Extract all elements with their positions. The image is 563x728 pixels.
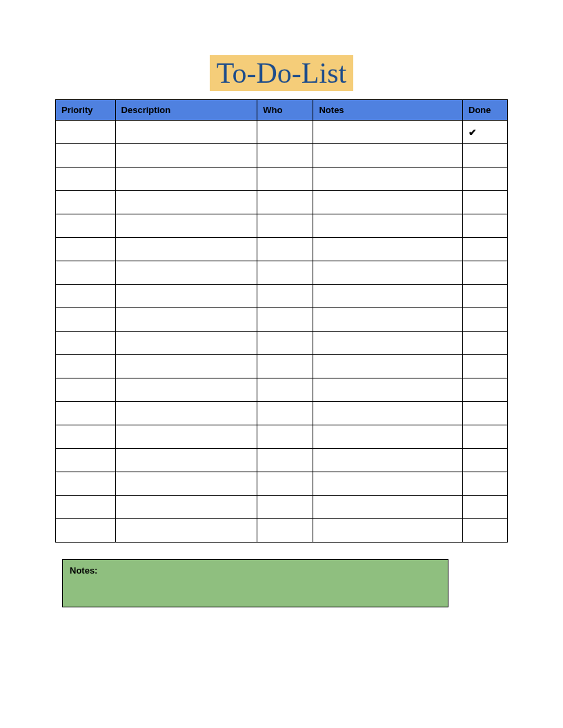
cell-description[interactable] — [115, 496, 257, 519]
cell-done[interactable] — [463, 355, 508, 378]
cell-who[interactable] — [257, 285, 313, 308]
col-header-description: Description — [115, 100, 257, 121]
cell-priority[interactable] — [56, 261, 116, 285]
cell-who[interactable] — [257, 332, 313, 355]
cell-notes[interactable] — [313, 496, 463, 519]
cell-done[interactable] — [463, 332, 508, 355]
cell-done[interactable] — [463, 308, 508, 332]
cell-done[interactable]: ✔ — [463, 121, 508, 144]
cell-who[interactable] — [257, 261, 313, 285]
cell-done[interactable] — [463, 425, 508, 449]
cell-priority[interactable] — [56, 402, 116, 425]
cell-who[interactable] — [257, 425, 313, 449]
cell-done[interactable] — [463, 402, 508, 425]
cell-notes[interactable] — [313, 378, 463, 402]
cell-notes[interactable] — [313, 355, 463, 378]
cell-notes[interactable] — [313, 261, 463, 285]
cell-priority[interactable] — [56, 472, 116, 496]
cell-description[interactable] — [115, 402, 257, 425]
cell-done[interactable] — [463, 449, 508, 472]
cell-who[interactable] — [257, 308, 313, 332]
cell-who[interactable] — [257, 238, 313, 261]
notes-section[interactable]: Notes: — [62, 559, 448, 607]
cell-who[interactable] — [257, 121, 313, 144]
cell-priority[interactable] — [56, 332, 116, 355]
cell-done[interactable] — [463, 261, 508, 285]
cell-who[interactable] — [257, 168, 313, 191]
cell-priority[interactable] — [56, 191, 116, 214]
cell-priority[interactable] — [56, 214, 116, 238]
table-row — [56, 472, 508, 496]
cell-priority[interactable] — [56, 519, 116, 543]
cell-who[interactable] — [257, 191, 313, 214]
cell-notes[interactable] — [313, 308, 463, 332]
cell-description[interactable] — [115, 332, 257, 355]
table-row — [56, 425, 508, 449]
cell-notes[interactable] — [313, 425, 463, 449]
cell-done[interactable] — [463, 214, 508, 238]
cell-description[interactable] — [115, 214, 257, 238]
cell-priority[interactable] — [56, 121, 116, 144]
cell-done[interactable] — [463, 168, 508, 191]
cell-notes[interactable] — [313, 285, 463, 308]
cell-done[interactable] — [463, 191, 508, 214]
cell-done[interactable] — [463, 285, 508, 308]
cell-who[interactable] — [257, 214, 313, 238]
cell-notes[interactable] — [313, 121, 463, 144]
cell-description[interactable] — [115, 261, 257, 285]
table-row — [56, 308, 508, 332]
cell-priority[interactable] — [56, 168, 116, 191]
cell-who[interactable] — [257, 378, 313, 402]
cell-priority[interactable] — [56, 285, 116, 308]
cell-description[interactable] — [115, 355, 257, 378]
table-row — [56, 378, 508, 402]
cell-who[interactable] — [257, 144, 313, 168]
cell-priority[interactable] — [56, 425, 116, 449]
cell-done[interactable] — [463, 378, 508, 402]
cell-who[interactable] — [257, 519, 313, 543]
cell-who[interactable] — [257, 472, 313, 496]
cell-notes[interactable] — [313, 191, 463, 214]
cell-who[interactable] — [257, 496, 313, 519]
cell-description[interactable] — [115, 519, 257, 543]
cell-done[interactable] — [463, 472, 508, 496]
cell-notes[interactable] — [313, 449, 463, 472]
page: To-Do-List Priority Description Who Note… — [0, 0, 563, 607]
table-row — [56, 496, 508, 519]
cell-notes[interactable] — [313, 519, 463, 543]
cell-description[interactable] — [115, 308, 257, 332]
cell-done[interactable] — [463, 144, 508, 168]
cell-who[interactable] — [257, 355, 313, 378]
cell-priority[interactable] — [56, 144, 116, 168]
cell-notes[interactable] — [313, 144, 463, 168]
cell-priority[interactable] — [56, 308, 116, 332]
cell-priority[interactable] — [56, 378, 116, 402]
cell-description[interactable] — [115, 472, 257, 496]
cell-notes[interactable] — [313, 472, 463, 496]
cell-done[interactable] — [463, 496, 508, 519]
table-row — [56, 144, 508, 168]
cell-description[interactable] — [115, 238, 257, 261]
cell-done[interactable] — [463, 238, 508, 261]
cell-priority[interactable] — [56, 496, 116, 519]
cell-priority[interactable] — [56, 238, 116, 261]
cell-description[interactable] — [115, 285, 257, 308]
cell-description[interactable] — [115, 191, 257, 214]
cell-who[interactable] — [257, 449, 313, 472]
cell-notes[interactable] — [313, 402, 463, 425]
cell-priority[interactable] — [56, 355, 116, 378]
cell-description[interactable] — [115, 449, 257, 472]
table-row — [56, 449, 508, 472]
cell-notes[interactable] — [313, 238, 463, 261]
cell-description[interactable] — [115, 425, 257, 449]
cell-notes[interactable] — [313, 332, 463, 355]
cell-done[interactable] — [463, 519, 508, 543]
cell-notes[interactable] — [313, 214, 463, 238]
cell-notes[interactable] — [313, 168, 463, 191]
cell-description[interactable] — [115, 121, 257, 144]
cell-priority[interactable] — [56, 449, 116, 472]
cell-description[interactable] — [115, 144, 257, 168]
cell-who[interactable] — [257, 402, 313, 425]
cell-description[interactable] — [115, 378, 257, 402]
cell-description[interactable] — [115, 168, 257, 191]
